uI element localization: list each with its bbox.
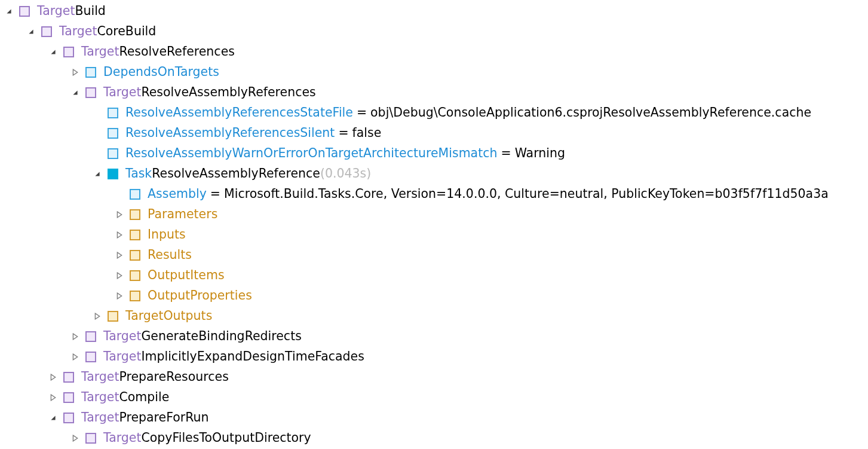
folder-icon <box>130 230 140 240</box>
tree-node-corebuild[interactable]: Target CoreBuild <box>2 22 866 42</box>
target-icon <box>85 433 96 444</box>
collapse-icon[interactable] <box>47 411 60 424</box>
collapse-icon[interactable] <box>24 25 38 38</box>
assembly-label: Assembly <box>148 184 207 204</box>
folder-label: Parameters <box>148 204 217 225</box>
collapse-icon[interactable] <box>47 45 60 59</box>
expand-icon[interactable] <box>47 371 60 384</box>
tree-node-cbgrand-3-0[interactable]: Target CopyFilesToOutputDirectory <box>2 428 866 448</box>
tree-node-taskfolder-4[interactable]: OutputProperties <box>2 286 866 306</box>
target-label: Target <box>59 22 97 42</box>
target-name: ResolveAssemblyReferences <box>141 83 315 103</box>
target-icon <box>41 26 52 37</box>
collapse-icon[interactable] <box>2 5 16 18</box>
tree-node-sibling-0[interactable]: Target GenerateBindingRedirects <box>2 326 866 347</box>
target-label: Target <box>81 42 119 62</box>
folder-label: OutputProperties <box>148 286 252 306</box>
folder-label: TargetOutputs <box>125 306 212 326</box>
target-icon <box>63 47 74 57</box>
spacer <box>113 188 126 201</box>
tree-node-cbchild-3[interactable]: Target PrepareForRun <box>2 408 866 428</box>
tree-node-dependson[interactable]: DependsOnTargets <box>2 62 866 83</box>
expand-icon[interactable] <box>113 289 126 303</box>
task-label: Task <box>125 164 152 184</box>
folder-icon <box>130 250 140 261</box>
target-icon <box>85 331 96 342</box>
expand-icon[interactable] <box>113 269 126 282</box>
folder-icon <box>108 311 118 322</box>
tree-node-outputs[interactable]: TargetOutputs <box>2 306 866 326</box>
expand-icon[interactable] <box>47 391 60 404</box>
target-label: Target <box>81 408 119 428</box>
expand-icon[interactable] <box>69 350 82 364</box>
target-name: ImplicitlyExpandDesignTimeFacades <box>141 347 364 367</box>
property-key: ResolveAssemblyReferencesSilent <box>125 123 335 143</box>
tree-node-taskfolder-3[interactable]: OutputItems <box>2 265 866 286</box>
target-label: Target <box>37 1 75 22</box>
folder-label: OutputItems <box>148 265 225 286</box>
tree-node-taskfolder-1[interactable]: Inputs <box>2 225 866 245</box>
tree-node-taskfolder-0[interactable]: Parameters <box>2 204 866 225</box>
tree-node-task[interactable]: Task ResolveAssemblyReference (0.043s) <box>2 164 866 184</box>
target-label: Target <box>81 367 119 387</box>
target-icon <box>19 6 30 17</box>
build-tree: Target Build Target CoreBuild Target Res… <box>2 1 866 448</box>
expand-icon[interactable] <box>69 330 82 343</box>
property-value: false <box>352 123 382 143</box>
target-name: Compile <box>119 387 169 408</box>
expand-icon[interactable] <box>69 66 82 79</box>
target-name: GenerateBindingRedirects <box>141 326 301 347</box>
property-icon <box>108 148 118 159</box>
target-icon <box>85 87 96 98</box>
target-label: Target <box>103 326 141 347</box>
folder-icon <box>130 270 140 281</box>
folder-icon <box>85 67 96 78</box>
tree-node-cbchild-2[interactable]: Target Compile <box>2 387 866 408</box>
target-label: Target <box>103 83 141 103</box>
expand-icon[interactable] <box>113 228 126 242</box>
target-name: CoreBuild <box>97 22 156 42</box>
target-label: Target <box>81 387 119 408</box>
property-key: ResolveAssemblyReferencesStateFile <box>125 103 353 123</box>
target-icon <box>63 372 74 383</box>
spacer <box>91 106 104 120</box>
target-icon <box>63 413 74 423</box>
tree-node-prop-0[interactable]: ResolveAssemblyReferencesStateFile = obj… <box>2 103 866 123</box>
collapse-icon[interactable] <box>69 86 82 99</box>
tree-node-taskfolder-2[interactable]: Results <box>2 245 866 265</box>
collapse-icon[interactable] <box>91 167 104 181</box>
task-time: (0.043s) <box>320 164 371 184</box>
target-label: Target <box>103 347 141 367</box>
property-key: ResolveAssemblyWarnOrErrorOnTargetArchit… <box>125 143 497 164</box>
tree-node-prop-1[interactable]: ResolveAssemblyReferencesSilent = false <box>2 123 866 143</box>
tree-node-cbchild-1[interactable]: Target PrepareResources <box>2 367 866 387</box>
property-icon <box>108 128 118 139</box>
expand-icon[interactable] <box>113 208 126 221</box>
expand-icon[interactable] <box>91 310 104 323</box>
expand-icon[interactable] <box>113 249 126 262</box>
spacer <box>91 127 104 140</box>
property-value: obj\Debug\ConsoleApplication6.csprojReso… <box>370 103 811 123</box>
spacer <box>91 147 104 160</box>
folder-label: DependsOnTargets <box>103 62 219 83</box>
target-label: Target <box>103 428 141 448</box>
tree-node-resolverefs[interactable]: Target ResolveReferences <box>2 42 866 62</box>
tree-node-prop-2[interactable]: ResolveAssemblyWarnOrErrorOnTargetArchit… <box>2 143 866 164</box>
tree-node-build[interactable]: Target Build <box>2 1 866 22</box>
folder-icon <box>130 209 140 220</box>
target-name: Build <box>75 1 105 22</box>
tree-node-sibling-1[interactable]: Target ImplicitlyExpandDesignTimeFacades <box>2 347 866 367</box>
target-icon <box>85 352 96 362</box>
target-name: PrepareForRun <box>119 408 208 428</box>
property-icon <box>130 189 140 200</box>
folder-label: Results <box>148 245 192 265</box>
tree-node-rar[interactable]: Target ResolveAssemblyReferences <box>2 83 866 103</box>
tree-node-assembly[interactable]: Assembly = Microsoft.Build.Tasks.Core, V… <box>2 184 866 204</box>
target-name: ResolveReferences <box>119 42 235 62</box>
target-name: PrepareResources <box>119 367 228 387</box>
property-icon <box>108 108 118 118</box>
folder-label: Inputs <box>148 225 186 245</box>
target-icon <box>63 392 74 403</box>
expand-icon[interactable] <box>69 432 82 445</box>
target-name: CopyFilesToOutputDirectory <box>141 428 311 448</box>
